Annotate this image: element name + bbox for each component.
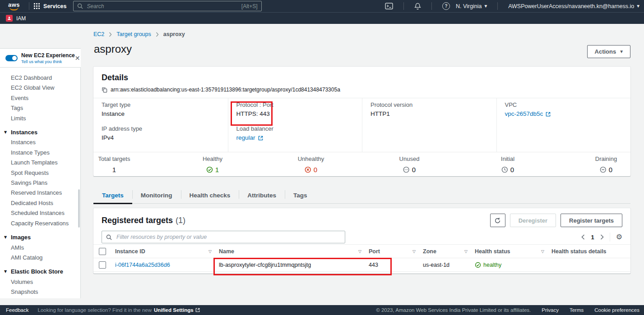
sidebar-item-instances[interactable]: Instances [0,137,80,147]
sidebar-item-volumes[interactable]: Volumes [0,277,80,287]
filter-box[interactable] [102,231,345,243]
table-row: i-06f1744a6a25d36d6 lb-asproxytyler-cfcg… [93,258,630,272]
sidebar-item-instance-types[interactable]: Instance Types [0,148,80,158]
tab-health-checks[interactable]: Health checks [181,187,239,203]
ec2-navigation: EC2 Dashboard EC2 Global View Events Tag… [0,68,81,298]
tab-targets[interactable]: Targets [93,187,132,203]
aws-logo[interactable]: aws [8,2,20,10]
tab-attributes[interactable]: Attributes [239,187,285,203]
close-icon[interactable]: ✕ [75,55,80,62]
sidebar-scrollbar[interactable] [78,189,80,228]
protocol-version-label: Protocol version [371,101,488,108]
breadcrumb-ec2[interactable]: EC2 [93,31,104,37]
tab-tags[interactable]: Tags [285,187,316,203]
unified-settings-link[interactable]: Unified Settings [154,307,200,313]
sidebar-item-capacity-reservations[interactable]: Capacity Reservations [0,219,80,228]
check-circle-icon [206,166,213,173]
sidebar-item-ec2-global-view[interactable]: EC2 Global View [0,83,80,93]
sort-icon[interactable]: ▽ [208,249,212,254]
iam-service-icon[interactable] [6,15,13,22]
search-shortcut: [Alt+S] [241,3,258,9]
cookie-preferences-link[interactable]: Cookie preferences [594,307,639,313]
search-input[interactable] [86,3,238,10]
target-type-label: Target type [102,101,220,108]
gear-icon[interactable]: ⚙ [616,233,622,241]
global-search[interactable]: [Alt+S] [73,1,262,11]
registered-targets-panel: Registered targets (1) Deregister Regist… [93,208,630,274]
help-icon[interactable]: ? [442,2,450,10]
ip-address-type-label: IP address type [102,125,220,132]
stat-total-targets: Total targets 1 [98,155,130,173]
sidebar-item-tags[interactable]: Tags [0,103,80,113]
register-targets-button[interactable]: Register targets [561,214,622,227]
column-instance-id: Instance ID [115,248,145,255]
notifications-bell-icon[interactable] [414,3,421,10]
vpc-link[interactable]: vpc-2657db5c [505,110,551,118]
new-experience-feedback-link[interactable]: Tell us what you think [21,59,75,64]
search-icon [77,3,83,9]
actions-button[interactable]: Actions ▼ [587,45,630,58]
sidebar-item-reserved-instances[interactable]: Reserved Instances [0,188,80,198]
refresh-button[interactable] [490,214,505,227]
caret-down-icon: ▼ [4,233,7,242]
x-circle-icon [305,166,311,173]
new-experience-toggle[interactable] [5,55,18,61]
new-experience-title: New EC2 Experience [21,52,75,59]
sidebar-item-events[interactable]: Events [0,93,80,103]
load-balancer-label: Load balancer [236,125,354,132]
sidebar-item-dedicated-hosts[interactable]: Dedicated Hosts [0,198,80,208]
sidebar-item-amis[interactable]: AMIs [0,243,80,253]
sidebar-item-savings-plans[interactable]: Savings Plans [0,178,80,188]
services-label: Services [43,3,66,9]
target-zone: us-east-1d [423,262,449,268]
check-circle-icon [475,262,481,268]
details-heading: Details [102,73,622,82]
divider [431,2,432,10]
cloudshell-icon[interactable] [385,3,393,9]
sidebar-item-scheduled-instances[interactable]: Scheduled Instances [0,208,80,218]
sidebar-item-ami-catalog[interactable]: AMI Catalog [0,253,80,263]
page-number[interactable]: 1 [591,234,594,241]
favorite-iam-link[interactable]: IAM [16,15,26,22]
load-balancer-link[interactable]: regular [236,134,263,142]
deregister-button[interactable]: Deregister [510,214,556,227]
stat-draining: Draining 0 [595,155,617,173]
sidebar-section-images[interactable]: ▼ Images [0,233,80,242]
services-menu-button[interactable]: Services [34,3,66,9]
chevron-down-icon: ▼ [484,5,487,8]
sort-icon[interactable]: ▽ [358,249,361,254]
column-port: Port [369,248,380,255]
sort-icon[interactable]: ▽ [541,249,544,254]
breadcrumb-target-groups[interactable]: Target groups [116,31,151,37]
sidebar-item-launch-templates[interactable]: Launch Templates [0,158,80,168]
instance-id-link[interactable]: i-06f1744a6a25d36d6 [115,262,170,268]
chevron-left-icon[interactable] [581,234,585,240]
sidebar-item-spot-requests[interactable]: Spot Requests [0,168,80,178]
top-navigation: aws Services [Alt+S] ? [0,0,644,24]
sort-icon[interactable]: ▽ [464,249,468,254]
sidebar-item-ec2-dashboard[interactable]: EC2 Dashboard [0,73,80,83]
tab-monitoring[interactable]: Monitoring [132,187,181,203]
filter-input[interactable] [116,233,341,241]
health-status-badge: healthy [475,262,501,268]
registered-targets-heading: Registered targets [102,216,173,225]
sidebar-section-instances[interactable]: ▼ Instances [0,128,80,137]
account-menu[interactable]: AWSPowerUserAccess/navaneeth.kn@harness.… [508,3,639,9]
copy-icon[interactable] [102,87,107,93]
details-grid: Target type Instance IP address type IPv… [93,98,630,152]
sidebar-section-elastic-block-store[interactable]: ▼ Elastic Block Store [0,267,80,277]
protocol-version-value: HTTP1 [371,110,488,118]
sidebar-item-limits[interactable]: Limits [0,114,80,123]
region-selector[interactable]: N. Virginia ▼ [456,3,487,9]
divider [497,2,498,10]
terms-link[interactable]: Terms [570,307,584,313]
sort-icon[interactable]: ▽ [412,249,416,254]
chevron-right-icon[interactable] [600,234,604,240]
new-experience-banner: New EC2 Experience Tell us what you thin… [0,48,81,68]
row-checkbox[interactable] [99,261,106,269]
privacy-link[interactable]: Privacy [542,307,559,313]
feedback-link[interactable]: Feedback [6,307,29,313]
sidebar-item-snapshots[interactable]: Snapshots [0,287,80,297]
caret-down-icon: ▼ [4,128,7,137]
select-all-checkbox[interactable] [99,248,106,255]
